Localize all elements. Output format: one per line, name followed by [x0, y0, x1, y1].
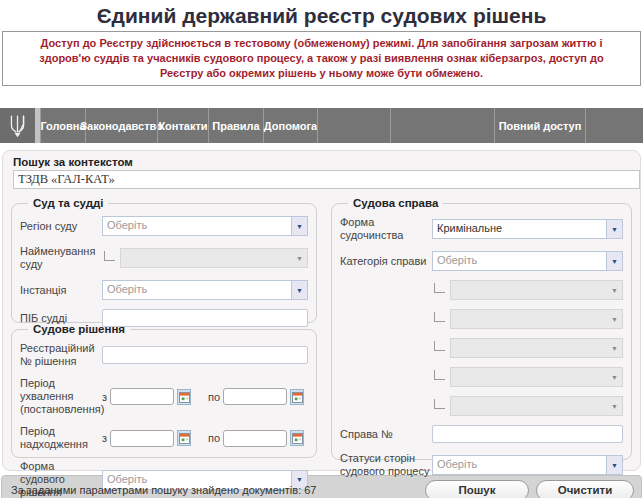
nav-spacer [390, 108, 494, 143]
court-name-label: Найменування суду [20, 245, 102, 271]
case-category-row: Категорія справи Оберіть ▼ [340, 251, 623, 271]
receipt-to-label: по [208, 432, 220, 444]
instance-value: Оберіть [103, 281, 291, 299]
court-decision-panel: Судове рішення Реєстраційний № рішення П… [11, 323, 317, 458]
search-button[interactable]: Пошук [425, 480, 529, 498]
court-region-label: Регіон суду [20, 220, 102, 233]
adoption-period-row: Період ухвалення (постановлення) з по [20, 377, 308, 416]
page-title: Єдиний державний реєстр судових рішень [0, 0, 643, 31]
case-subcategory-combo-disabled: ▼ [450, 396, 623, 416]
context-search-input[interactable] [13, 170, 640, 189]
instance-row: Інстанція Оберіть ▼ [20, 280, 308, 300]
nav-item-help[interactable]: Допомога [263, 108, 317, 143]
proceeding-form-value: Кримінальне [433, 220, 606, 238]
clear-button[interactable]: Очистити [536, 480, 634, 498]
chevron-down-icon[interactable]: ▼ [291, 217, 307, 235]
proceeding-form-label: Форма судочинства [340, 216, 432, 242]
receipt-from-input[interactable] [110, 430, 174, 447]
calendar-icon[interactable] [290, 389, 304, 405]
case-subcategory-combo-disabled: ▼ [450, 280, 623, 300]
chevron-down-icon: ▼ [607, 368, 622, 386]
receipt-from-label: з [102, 432, 107, 444]
decision-panel-legend: Судове рішення [28, 323, 130, 335]
case-category-label: Категорія справи [340, 255, 432, 268]
case-subcategory-combo-disabled: ▼ [450, 309, 623, 329]
party-statuses-combo[interactable]: Оберіть ▼ [432, 455, 623, 475]
indent-branch-icon [434, 283, 445, 293]
search-form-panel: Пошук за контекстом Суд та судді Регіон … [2, 150, 641, 471]
court-region-value: Оберіть [103, 217, 291, 235]
chevron-down-icon[interactable]: ▼ [291, 281, 307, 299]
adoption-period-label: Період ухвалення (постановлення) [20, 377, 102, 416]
case-number-input[interactable] [432, 425, 623, 443]
case-number-row: Справа № [340, 425, 623, 443]
access-warning-banner: Доступ до Реєстру здійснюється в тестово… [2, 31, 641, 86]
chevron-down-icon[interactable]: ▼ [606, 456, 622, 474]
court-region-row: Регіон суду Оберіть ▼ [20, 216, 308, 236]
calendar-icon[interactable] [290, 430, 304, 446]
reg-number-input[interactable] [102, 346, 308, 364]
case-category-combo[interactable]: Оберіть ▼ [432, 251, 623, 271]
instance-label: Інстанція [20, 284, 102, 297]
context-search-label: Пошук за контекстом [13, 156, 632, 168]
chevron-down-icon: ▼ [607, 339, 622, 357]
receipt-period-row: Період надходження з по [20, 425, 308, 451]
case-subcategory-row: ▼ [340, 396, 623, 416]
case-category-value: Оберіть [433, 252, 606, 270]
case-subcategory-combo-disabled: ▼ [450, 367, 623, 387]
nav-spacer [585, 108, 643, 143]
calendar-icon[interactable] [177, 389, 191, 405]
nav-spacer [317, 108, 390, 143]
court-and-judges-panel: Суд та судді Регіон суду Оберіть ▼ Найме… [11, 197, 317, 323]
reg-number-label: Реєстраційний № рішення [20, 342, 102, 368]
case-subcategory-combo-disabled: ▼ [450, 338, 623, 358]
chevron-down-icon: ▼ [607, 397, 622, 415]
main-navbar: Головна Законодавство Контакти Правила Д… [0, 108, 643, 143]
nav-item-home[interactable]: Головна [40, 108, 85, 143]
court-case-panel: Судова справа Форма судочинства Кримінал… [331, 197, 632, 460]
case-panel-legend: Судова справа [348, 197, 443, 209]
indent-branch-icon [434, 312, 445, 322]
receipt-to-input[interactable] [223, 430, 287, 447]
case-subcategory-row: ▼ [340, 338, 623, 358]
nav-item-contacts[interactable]: Контакти [157, 108, 208, 143]
instance-combo[interactable]: Оберіть ▼ [102, 280, 308, 300]
court-panel-legend: Суд та судді [28, 197, 108, 209]
receipt-period-label: Період надходження [20, 425, 102, 451]
indent-branch-icon [434, 370, 445, 380]
court-name-value [121, 249, 292, 267]
chevron-down-icon: ▼ [607, 281, 622, 299]
court-name-combo-disabled: ▼ [120, 248, 308, 268]
adoption-from-label: з [102, 391, 107, 403]
case-subcategory-row: ▼ [340, 280, 623, 300]
party-statuses-value: Оберіть [433, 456, 606, 474]
adoption-from-input[interactable] [110, 388, 174, 405]
calendar-icon[interactable] [177, 430, 191, 446]
nav-item-rules[interactable]: Правила [208, 108, 263, 143]
adoption-to-label: по [208, 391, 220, 403]
chevron-down-icon: ▼ [292, 249, 307, 267]
indent-branch-icon [434, 341, 445, 351]
chevron-down-icon[interactable]: ▼ [606, 220, 622, 238]
coat-of-arms-icon [0, 108, 35, 143]
adoption-to-input[interactable] [223, 388, 287, 405]
indent-branch-icon [104, 251, 115, 261]
nav-item-legislation[interactable]: Законодавство [85, 108, 157, 143]
case-subcategory-row: ▼ [340, 309, 623, 329]
nav-item-full-access[interactable]: Повний доступ [494, 108, 585, 143]
chevron-down-icon[interactable]: ▼ [606, 252, 622, 270]
court-name-row: Найменування суду ▼ [20, 245, 308, 271]
case-subcategory-row: ▼ [340, 367, 623, 387]
indent-branch-icon [434, 399, 445, 409]
party-statuses-label: Статуси сторін судового процесу [340, 452, 432, 478]
case-number-label: Справа № [340, 428, 432, 441]
court-region-combo[interactable]: Оберіть ▼ [102, 216, 308, 236]
reg-number-row: Реєстраційний № рішення [20, 342, 308, 368]
judge-name-input[interactable] [102, 309, 308, 327]
results-count-text: За заданими параметрами пошуку знайдено … [2, 484, 425, 496]
proceeding-form-combo[interactable]: Кримінальне ▼ [432, 219, 623, 239]
proceeding-form-row: Форма судочинства Кримінальне ▼ [340, 216, 623, 242]
chevron-down-icon: ▼ [607, 310, 622, 328]
party-statuses-row: Статуси сторін судового процесу Оберіть … [340, 452, 623, 478]
